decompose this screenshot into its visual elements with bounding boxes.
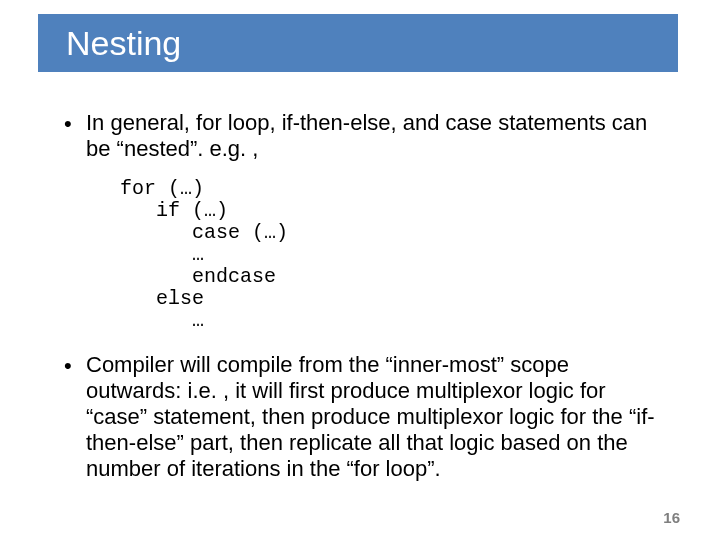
bullet-marker: • <box>64 110 86 162</box>
code-example: for (…) if (…) case (…) … endcase else … <box>120 178 664 332</box>
content-area: • In general, for loop, if-then-else, an… <box>64 110 664 492</box>
slide-title: Nesting <box>66 24 181 63</box>
bullet-item: • In general, for loop, if-then-else, an… <box>64 110 664 162</box>
bullet-text: In general, for loop, if-then-else, and … <box>86 110 664 162</box>
page-number: 16 <box>663 509 680 526</box>
title-bar: Nesting <box>38 14 678 72</box>
slide: Nesting • In general, for loop, if-then-… <box>0 0 720 540</box>
bullet-item: • Compiler will compile from the “inner-… <box>64 352 664 482</box>
bullet-text: Compiler will compile from the “inner-mo… <box>86 352 664 482</box>
bullet-marker: • <box>64 352 86 482</box>
